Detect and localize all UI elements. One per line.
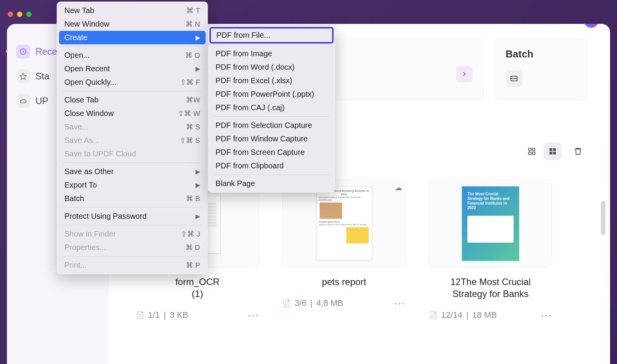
menu-separator xyxy=(63,207,202,208)
menu-item-print: Print... ⌘ P xyxy=(59,258,206,272)
submenu-item-pdf-from-screen-capture[interactable]: PDF from Screen Capture xyxy=(210,146,333,159)
page-icon: 📄 xyxy=(282,299,291,307)
sidebar-item-label: Sta xyxy=(35,71,49,82)
file-meta: 📄 12/14 | 18 MB ··· xyxy=(429,309,552,321)
menu-separator xyxy=(63,225,202,225)
submenu-item-pdf-from-clipboard[interactable]: PDF from Clipboard xyxy=(210,159,333,173)
menu-item-save-as: Save As... ⇧⌘ S xyxy=(59,134,206,147)
svg-rect-8 xyxy=(550,152,552,154)
more-button[interactable]: ··· xyxy=(541,309,552,321)
cloud-sync-icon: ☁ xyxy=(394,183,402,192)
trash-button[interactable] xyxy=(569,143,587,160)
menu-item-create[interactable]: Create ▶ xyxy=(59,31,206,44)
menu-item-close-tab[interactable]: Close Tab ⌘W xyxy=(59,93,206,107)
submenu-item-pdf-from-window-capture[interactable]: PDF from Window Capture xyxy=(210,132,333,146)
star-icon xyxy=(16,69,30,83)
menu-separator xyxy=(214,45,329,45)
svg-rect-4 xyxy=(529,152,531,154)
menu-item-open-quickly[interactable]: Open Quickly... ⇧⌘ F xyxy=(59,75,206,89)
menu-item-save: Save... ⌘ S xyxy=(59,120,206,134)
submenu-item-pdf-from-file[interactable]: PDF from File... xyxy=(209,27,334,44)
submenu-item-pdf-from-selection-capture[interactable]: PDF from Selection Capture xyxy=(210,119,333,132)
chevron-right-icon: ▶ xyxy=(196,34,200,41)
view-toggle xyxy=(523,143,561,160)
chevron-right-icon: ▶ xyxy=(196,213,200,220)
menu-item-export-to[interactable]: Export To ▶ xyxy=(59,178,206,192)
svg-rect-5 xyxy=(533,152,535,154)
batch-title: Batch xyxy=(506,48,576,60)
menu-separator xyxy=(63,256,202,257)
submenu-item-pdf-from-image[interactable]: PDF from Image xyxy=(210,47,333,60)
avatar[interactable]: T xyxy=(584,24,598,28)
menu-item-open[interactable]: Open... ⌘ O xyxy=(59,49,206,62)
menu-item-new-window[interactable]: New Window ⌘ N xyxy=(59,17,206,31)
menu-item-batch[interactable]: Batch ⌘ B xyxy=(59,192,206,205)
scanner-icon xyxy=(506,70,523,87)
file-name: pets report xyxy=(282,276,406,288)
page-icon: 📄 xyxy=(429,311,437,319)
chevron-right-icon: ▶ xyxy=(196,181,200,189)
menu-item-save-to-cloud: Save to UPDF Cloud xyxy=(59,147,206,161)
menu-item-protect-password[interactable]: Protect Using Password ▶ xyxy=(59,210,206,223)
minimize-window-icon[interactable] xyxy=(17,12,22,17)
menu-item-properties: Properties... ⌘ D xyxy=(59,241,206,254)
svg-rect-7 xyxy=(553,148,556,151)
submenu-item-pdf-from-caj[interactable]: PDF from CAJ (.caj) xyxy=(210,101,333,114)
menu-item-open-recent[interactable]: Open Recent ▶ xyxy=(59,62,206,75)
menu-item-save-as-other[interactable]: Save as Other ▶ xyxy=(59,165,206,178)
menu-item-close-window[interactable]: Close Window ⇧⌘ W xyxy=(59,107,206,120)
file-card-pets-report[interactable]: ☁ Health and Mood-Boosting Benefits of P… xyxy=(282,179,406,321)
file-thumbnail: The Most Crucial Strategy for Banks and … xyxy=(429,179,552,267)
create-submenu: PDF from File... PDF from Image PDF from… xyxy=(208,25,335,193)
submenu-item-pdf-from-word[interactable]: PDF from Word (.docx) xyxy=(210,60,333,74)
open-file-plus-button[interactable] xyxy=(456,66,472,82)
sidebar-item-label: UP xyxy=(35,96,48,106)
submenu-item-pdf-from-powerpoint[interactable]: PDF from PowerPoint (.pptx) xyxy=(210,87,333,101)
file-name: form_OCR (1) xyxy=(136,276,259,300)
svg-rect-3 xyxy=(533,148,535,151)
file-menu: New Tab ⌘ T New Window ⌘ N Create ▶ Open… xyxy=(57,2,208,274)
file-card-banks-strategy[interactable]: The Most Crucial Strategy for Banks and … xyxy=(429,179,552,321)
grid-large-view-button[interactable] xyxy=(544,143,561,160)
file-meta: 📄 3/6 | 4,8 MB ··· xyxy=(282,297,406,309)
more-button[interactable]: ··· xyxy=(248,309,259,321)
close-window-icon[interactable] xyxy=(8,12,13,17)
window-traffic-lights[interactable] xyxy=(8,12,32,17)
file-meta: 📄 1/1 | 3 KB ··· xyxy=(136,309,259,321)
menu-separator xyxy=(214,116,329,117)
menu-item-new-tab[interactable]: New Tab ⌘ T xyxy=(59,4,206,17)
fullscreen-window-icon[interactable] xyxy=(26,12,32,17)
scrollbar[interactable] xyxy=(601,201,605,235)
file-name: 12The Most Crucial Strategy for Banks xyxy=(429,276,552,300)
page-icon: 📄 xyxy=(136,311,144,319)
chevron-right-icon: ▶ xyxy=(196,168,200,175)
menu-separator xyxy=(63,91,202,91)
cloud-icon xyxy=(16,94,30,108)
menu-item-show-in-finder: Show in Finder ⇧⌘ J xyxy=(59,227,206,241)
chevron-right-icon: ▶ xyxy=(196,65,200,72)
svg-rect-6 xyxy=(550,148,552,151)
clock-icon xyxy=(16,45,30,59)
svg-rect-9 xyxy=(553,152,556,154)
file-thumbnail: ☁ Health and Mood-Boosting Benefits of P… xyxy=(282,179,406,267)
svg-rect-2 xyxy=(529,148,531,151)
menu-separator xyxy=(63,46,202,47)
submenu-item-blank-page[interactable]: Blank Page xyxy=(210,177,333,190)
batch-card[interactable]: Batch xyxy=(494,39,587,100)
more-button[interactable]: ··· xyxy=(394,297,406,309)
menu-separator xyxy=(214,174,329,175)
menu-separator xyxy=(63,163,202,163)
grid-small-view-button[interactable] xyxy=(523,143,541,160)
submenu-item-pdf-from-excel[interactable]: PDF from Excel (.xlsx) xyxy=(210,74,333,87)
